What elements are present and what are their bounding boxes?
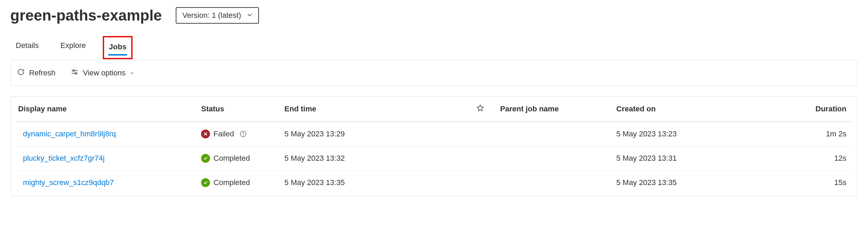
table-header-row: Display name Status End time Parent job … — [17, 97, 851, 122]
version-label: Version: 1 (latest) — [183, 11, 241, 20]
job-name-link[interactable]: dynamic_carpet_hm8r9lj8rq — [23, 130, 116, 138]
header-display-name[interactable]: Display name — [17, 97, 200, 122]
header: green-paths-example Version: 1 (latest) — [10, 7, 858, 24]
duration-cell: 15s — [814, 171, 852, 195]
header-duration[interactable]: Duration — [814, 97, 852, 122]
info-icon[interactable] — [239, 130, 247, 138]
favorite-cell[interactable] — [466, 171, 499, 195]
table-row: plucky_ticket_xcfz7gr74jCompleted5 May 2… — [17, 146, 851, 171]
job-name-link[interactable]: plucky_ticket_xcfz7gr74j — [23, 154, 104, 162]
star-icon — [476, 105, 484, 113]
version-selector[interactable]: Version: 1 (latest) — [176, 7, 259, 24]
failed-icon — [201, 130, 210, 138]
completed-icon — [201, 178, 210, 187]
jobs-table: Display name Status End time Parent job … — [17, 97, 851, 195]
favorite-cell[interactable] — [466, 122, 499, 146]
tab-explore[interactable]: Explore — [60, 38, 87, 55]
page-title: green-paths-example — [10, 7, 162, 24]
end-time-cell: 5 May 2023 13:29 — [283, 122, 466, 146]
view-options-label: View options — [83, 69, 125, 77]
completed-icon — [201, 154, 210, 163]
status-text: Completed — [213, 154, 250, 163]
header-favorite[interactable] — [466, 97, 499, 122]
tab-jobs[interactable]: Jobs — [108, 39, 127, 56]
favorite-cell[interactable] — [466, 146, 499, 171]
refresh-icon — [17, 68, 25, 78]
status-text: Completed — [213, 178, 250, 187]
tab-details[interactable]: Details — [15, 38, 39, 55]
parent-job-cell — [499, 171, 615, 195]
refresh-label: Refresh — [29, 69, 55, 77]
status-text: Failed — [213, 130, 234, 138]
header-end-time[interactable]: End time — [283, 97, 466, 122]
header-parent-job[interactable]: Parent job name — [499, 97, 615, 122]
header-status[interactable]: Status — [200, 97, 283, 122]
chevron-down-icon — [129, 69, 134, 77]
jobs-table-container: Display name Status End time Parent job … — [10, 96, 858, 196]
end-time-cell: 5 May 2023 13:32 — [283, 146, 466, 171]
created-on-cell: 5 May 2023 13:23 — [615, 122, 814, 146]
tabs: Details Explore Jobs — [10, 36, 858, 59]
svg-point-7 — [243, 132, 243, 133]
svg-point-3 — [75, 73, 77, 74]
svg-point-1 — [73, 70, 75, 72]
job-name-link[interactable]: mighty_screw_s1cz9qdqb7 — [23, 178, 114, 187]
view-options-button[interactable]: View options — [68, 66, 137, 79]
toolbar: Refresh View options — [10, 60, 858, 86]
table-row: dynamic_carpet_hm8r9lj8rqFailed5 May 202… — [17, 122, 851, 146]
refresh-button[interactable]: Refresh — [14, 66, 58, 79]
table-row: mighty_screw_s1cz9qdqb7Completed5 May 20… — [17, 171, 851, 195]
duration-cell: 1m 2s — [814, 122, 852, 146]
status-cell: Completed — [201, 154, 278, 163]
svg-marker-4 — [478, 105, 484, 111]
parent-job-cell — [499, 122, 615, 146]
created-on-cell: 5 May 2023 13:31 — [615, 146, 814, 171]
chevron-down-icon — [247, 11, 253, 20]
created-on-cell: 5 May 2023 13:35 — [615, 171, 814, 195]
duration-cell: 12s — [814, 146, 852, 171]
header-created-on[interactable]: Created on — [615, 97, 814, 122]
sliders-icon — [71, 68, 79, 78]
status-cell: Completed — [201, 178, 278, 187]
end-time-cell: 5 May 2023 13:35 — [283, 171, 466, 195]
status-cell: Failed — [201, 130, 278, 138]
parent-job-cell — [499, 146, 615, 171]
